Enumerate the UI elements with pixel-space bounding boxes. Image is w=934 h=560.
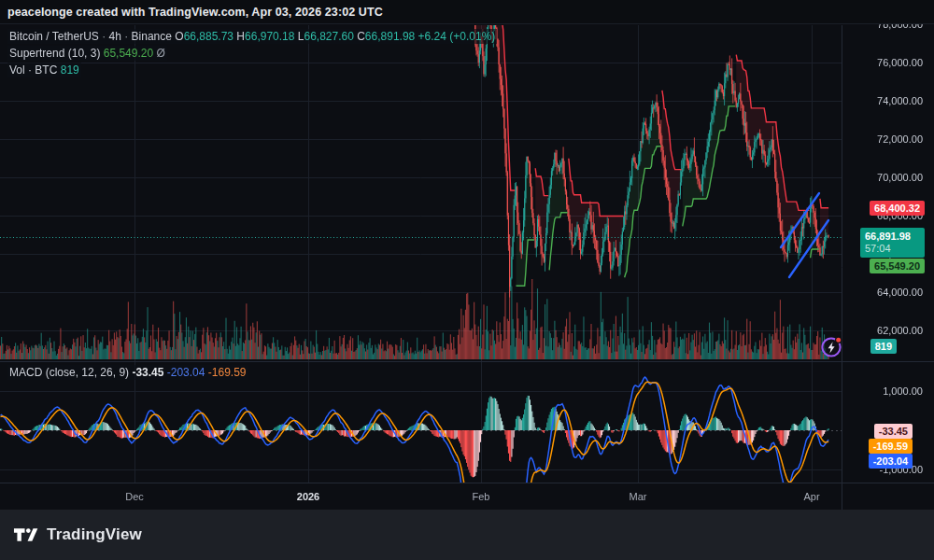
symbol-name[interactable]: Bitcoin / TetherUS	[9, 30, 99, 43]
tradingview-chart-window: peacelonge created with TradingView.com,…	[0, 0, 934, 560]
change-value: +6.24 (+0.01%)	[418, 30, 496, 43]
macd-histogram-label: -33.45	[874, 424, 913, 439]
separator: ·	[102, 30, 106, 43]
watermark-bar: peacelonge created with TradingView.com,…	[0, 0, 934, 24]
macd-axis-tick: 1,000.00	[883, 385, 923, 397]
volume-axis-label: 819	[870, 339, 897, 354]
volume-indicator-row[interactable]: Vol · BTC 819	[7, 63, 497, 78]
interval-label[interactable]: 4h	[109, 30, 121, 43]
time-axis-label: Apr	[803, 487, 819, 506]
supertrend-indicator-row[interactable]: Supertrend (10, 3) 65,549.20 Ø	[7, 46, 497, 62]
macd-signal-value: -169.59	[208, 366, 247, 379]
close-value: 66,891.98	[365, 30, 415, 43]
time-axis-label: Dec	[125, 487, 144, 506]
macd-line-value: -203.04	[167, 366, 205, 379]
last-price-value: 66,891.98	[865, 231, 920, 243]
price-axis-tick: 64,000.00	[877, 287, 923, 298]
time-axis-label: 2026	[297, 487, 319, 506]
low-value: 66,827.60	[304, 30, 353, 43]
macd-legend[interactable]: MACD (close, 12, 26, 9) -33.45 -203.04 -…	[7, 365, 248, 382]
time-axis-label: Feb	[473, 487, 490, 506]
exchange-label[interactable]: Binance	[132, 30, 172, 43]
chart-legend: Bitcoin / TetherUS · 4h · Binance O66,88…	[7, 29, 497, 79]
high-label: H	[236, 30, 245, 43]
notification-dot	[836, 337, 842, 343]
price-axis-tick: 62,000.00	[877, 325, 923, 336]
close-label: C	[357, 30, 365, 43]
volume-value: 819	[61, 63, 79, 77]
tradingview-logo[interactable]: TradingView	[13, 525, 142, 544]
bar-countdown: 57:04	[865, 243, 920, 255]
watermark-text: peacelonge created with TradingView.com,…	[7, 6, 383, 19]
supertrend-value: 65,549.20	[104, 47, 153, 60]
supertrend-red-price-label: 68,400.32	[870, 201, 925, 216]
macd-title[interactable]: MACD (close, 12, 26, 9)	[9, 366, 129, 379]
price-axis-tick: 74,000.00	[877, 95, 923, 106]
macd-line-label: -203.04	[869, 454, 913, 469]
price-axis-tick: 72,000.00	[877, 133, 923, 145]
last-price-label: 66,891.98 57:04	[860, 228, 925, 258]
tradingview-logo-icon	[13, 526, 38, 543]
price-axis-tick: 70,000.00	[877, 172, 923, 183]
footer-bar: TradingView	[0, 510, 934, 560]
volume-name[interactable]: Vol · BTC	[9, 63, 57, 77]
open-label: O	[175, 30, 183, 43]
open-value: 66,885.73	[184, 30, 234, 43]
time-axis-label: Mar	[630, 487, 647, 506]
supertrend-name[interactable]: Supertrend (10, 3)	[9, 47, 100, 60]
tradingview-wordmark: TradingView	[47, 525, 142, 544]
supertrend-status-icon[interactable]: Ø	[156, 47, 164, 60]
macd-signal-label: -169.59	[869, 439, 913, 454]
symbol-row[interactable]: Bitcoin / TetherUS · 4h · Binance O66,88…	[7, 29, 497, 45]
separator: ·	[124, 30, 128, 43]
high-value: 66,970.18	[245, 30, 294, 43]
supertrend-green-price-label: 65,549.20	[870, 259, 925, 273]
price-axis-tick: 76,000.00	[877, 57, 923, 68]
macd-hist-value: -33.45	[132, 366, 163, 379]
spark-feature-icon[interactable]	[819, 334, 844, 359]
